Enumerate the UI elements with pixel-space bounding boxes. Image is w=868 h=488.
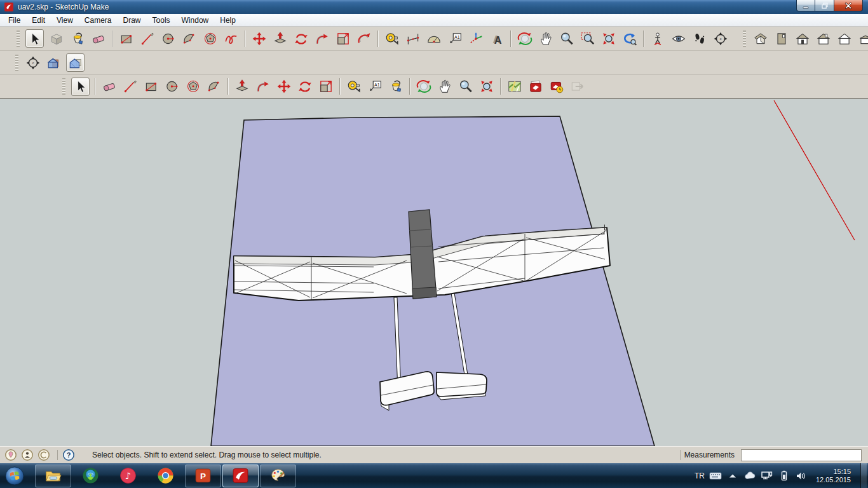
text-button[interactable]: A1 (446, 30, 463, 47)
eraser-button[interactable] (90, 30, 107, 47)
text-button[interactable]: A1 (366, 78, 383, 95)
polygon-button[interactable] (184, 78, 201, 95)
zoom-button[interactable] (457, 78, 474, 95)
make-component-button[interactable] (48, 30, 65, 47)
rotate-button[interactable] (292, 30, 309, 47)
rectangle-button[interactable] (118, 30, 135, 47)
menu-window[interactable]: Window (176, 14, 215, 26)
language-indicator[interactable]: TR (695, 471, 705, 480)
credit-attribution-icon[interactable] (20, 448, 34, 462)
keyboard-icon[interactable] (709, 470, 722, 482)
orbit-button[interactable] (415, 78, 432, 95)
toolbar-gripper[interactable] (17, 30, 20, 47)
push-pull-button[interactable] (271, 30, 288, 47)
view-front-button[interactable] (794, 30, 811, 47)
position-camera-button[interactable] (649, 30, 666, 47)
menu-view[interactable]: View (51, 14, 79, 26)
license-icon[interactable] (37, 448, 51, 462)
view-top-button[interactable] (773, 30, 790, 47)
scale-button[interactable] (317, 78, 334, 95)
zoom-extents-button[interactable] (478, 78, 495, 95)
toolbar-gripper[interactable] (15, 55, 18, 71)
polygon-button[interactable] (201, 30, 219, 47)
shaded-mode-button[interactable] (66, 53, 85, 72)
look-around-button[interactable] (670, 30, 687, 47)
line-button[interactable] (121, 78, 139, 95)
paint-bucket-button[interactable] (387, 78, 404, 95)
taskbar-chrome[interactable] (147, 464, 184, 487)
add-location-button[interactable] (506, 78, 523, 95)
hidden-icons-icon[interactable] (726, 470, 739, 482)
follow-me-button[interactable] (313, 30, 330, 47)
close-button[interactable] (834, 0, 863, 11)
taskbar-clock[interactable]: 15:15 12.05.2015 (816, 468, 851, 484)
battery-icon[interactable] (778, 470, 790, 482)
north-compass-button[interactable]: c (24, 54, 41, 71)
volume-icon[interactable] (795, 470, 808, 482)
get-models-button[interactable] (527, 78, 544, 95)
geolocation-icon[interactable] (4, 448, 18, 462)
taskbar-explorer[interactable] (35, 464, 71, 487)
compass-button[interactable]: c (712, 30, 729, 47)
toolbar-gripper[interactable] (743, 30, 746, 47)
menu-draw[interactable]: Draw (118, 14, 147, 26)
xray-mode-button[interactable] (45, 54, 62, 71)
freehand-button[interactable] (222, 30, 240, 47)
taskbar-start-button[interactable] (0, 463, 29, 488)
view-back-button[interactable] (836, 30, 853, 47)
menu-edit[interactable]: Edit (26, 14, 51, 26)
paint-bucket-button[interactable] (69, 30, 86, 47)
push-pull-button[interactable] (233, 78, 250, 95)
taskbar-paint[interactable] (260, 464, 296, 487)
taskbar-sketchup[interactable] (222, 464, 259, 487)
show-desktop-button[interactable] (860, 463, 867, 488)
3d-viewport[interactable] (0, 99, 868, 446)
toolbar-gripper[interactable] (62, 78, 65, 95)
follow-me-button[interactable] (254, 78, 271, 95)
select-button[interactable] (71, 78, 90, 96)
dimension-button[interactable] (404, 30, 421, 47)
axes-button[interactable] (467, 30, 484, 47)
view-right-button[interactable] (815, 30, 832, 47)
network-icon[interactable] (761, 470, 773, 482)
orbit-button[interactable] (516, 30, 533, 47)
zoom-button[interactable] (558, 30, 575, 47)
arc-button[interactable] (205, 78, 222, 95)
move-button[interactable] (275, 78, 292, 95)
help-icon[interactable]: ? (62, 448, 76, 462)
menu-tools[interactable]: Tools (147, 14, 176, 26)
tape-measure-button[interactable] (345, 78, 362, 95)
measurements-input[interactable] (741, 449, 862, 461)
cloud-icon[interactable] (743, 470, 756, 482)
pan-button[interactable] (436, 78, 453, 95)
taskbar-itunes[interactable]: ♪ (110, 464, 146, 487)
move-button[interactable] (250, 30, 268, 47)
menu-camera[interactable]: Camera (79, 14, 118, 26)
offset-button[interactable] (355, 30, 372, 47)
view-left-button[interactable] (857, 30, 868, 47)
scale-button[interactable] (334, 30, 351, 47)
line-button[interactable] (139, 30, 156, 47)
select-button[interactable] (25, 29, 44, 48)
eraser-button[interactable] (100, 78, 118, 95)
share-model-button[interactable] (548, 78, 565, 95)
view-iso-button[interactable] (752, 30, 769, 47)
arc-button[interactable] (180, 30, 198, 47)
minimize-button[interactable] (796, 0, 815, 11)
tape-measure-button[interactable] (383, 30, 400, 47)
zoom-extents-button[interactable] (600, 30, 617, 47)
walk-button[interactable] (691, 30, 708, 47)
circle-button[interactable] (163, 78, 180, 95)
menu-help[interactable]: Help (214, 14, 241, 26)
restore-button[interactable] (815, 0, 834, 11)
rectangle-button[interactable] (142, 78, 159, 95)
pan-button[interactable] (537, 30, 554, 47)
previous-view-button[interactable] (621, 30, 638, 47)
taskbar-idm[interactable] (72, 464, 109, 487)
menu-file[interactable]: File (3, 14, 26, 26)
circle-button[interactable] (159, 30, 177, 47)
rotate-button[interactable] (296, 78, 313, 95)
protractor-button[interactable] (425, 30, 442, 47)
zoom-window-button[interactable] (579, 30, 596, 47)
taskbar-powerpoint[interactable]: P (185, 464, 221, 487)
